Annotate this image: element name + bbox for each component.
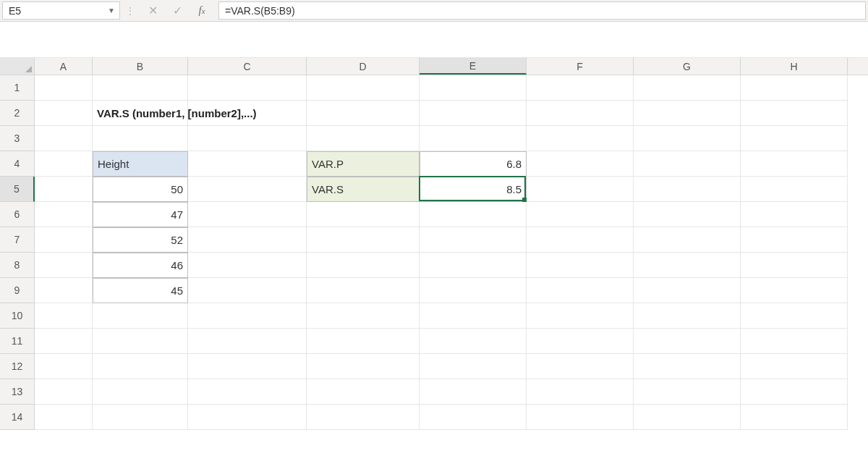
- row-header-5[interactable]: 5: [0, 177, 35, 202]
- cell-C8[interactable]: [188, 253, 307, 278]
- cell-G4[interactable]: [634, 151, 741, 177]
- cell-G1[interactable]: [634, 75, 741, 101]
- cell-H2[interactable]: [741, 101, 848, 126]
- cell-C9[interactable]: [188, 278, 307, 303]
- cell-A7[interactable]: [35, 227, 93, 253]
- cell-E7[interactable]: [420, 227, 527, 253]
- cell-D6[interactable]: [307, 202, 420, 227]
- cell-C5[interactable]: [188, 177, 307, 202]
- cell-H5[interactable]: [741, 177, 848, 202]
- formula-input[interactable]: =VAR.S(B5:B9): [218, 1, 866, 20]
- cell-C6[interactable]: [188, 202, 307, 227]
- cell-D9[interactable]: [307, 278, 420, 303]
- cell-F11[interactable]: [527, 329, 634, 354]
- cell-H13[interactable]: [741, 379, 848, 405]
- cell-F14[interactable]: [527, 405, 634, 430]
- cell-C10[interactable]: [188, 303, 307, 329]
- cell-G13[interactable]: [634, 379, 741, 405]
- column-header-E[interactable]: E: [420, 58, 527, 75]
- cell-H4[interactable]: [741, 151, 848, 177]
- cell-C7[interactable]: [188, 227, 307, 253]
- cell-H10[interactable]: [741, 303, 848, 329]
- cell-E2[interactable]: [420, 101, 527, 126]
- column-header-H[interactable]: H: [741, 58, 848, 75]
- height-value[interactable]: 50: [93, 177, 188, 202]
- cell-C3[interactable]: [188, 126, 307, 151]
- row-header-3[interactable]: 3: [0, 126, 35, 151]
- cell-F10[interactable]: [527, 303, 634, 329]
- cell-E3[interactable]: [420, 126, 527, 151]
- cell-H7[interactable]: [741, 227, 848, 253]
- cell-F7[interactable]: [527, 227, 634, 253]
- cell-F5[interactable]: [527, 177, 634, 202]
- cell-C13[interactable]: [188, 379, 307, 405]
- row-header-13[interactable]: 13: [0, 379, 35, 405]
- cell-G11[interactable]: [634, 329, 741, 354]
- cell-C12[interactable]: [188, 354, 307, 379]
- cell-D7[interactable]: [307, 227, 420, 253]
- cell-D8[interactable]: [307, 253, 420, 278]
- cell-A10[interactable]: [35, 303, 93, 329]
- result-value[interactable]: 6.8: [420, 151, 527, 177]
- cell-E8[interactable]: [420, 253, 527, 278]
- cell-H3[interactable]: [741, 126, 848, 151]
- cell-H12[interactable]: [741, 354, 848, 379]
- cell-A8[interactable]: [35, 253, 93, 278]
- cell-A9[interactable]: [35, 278, 93, 303]
- cell-C11[interactable]: [188, 329, 307, 354]
- row-header-2[interactable]: 2: [0, 101, 35, 126]
- cell-D3[interactable]: [307, 126, 420, 151]
- cell-B12[interactable]: [93, 354, 188, 379]
- cell-D11[interactable]: [307, 329, 420, 354]
- chevron-down-icon[interactable]: ▼: [108, 7, 115, 14]
- cell-A12[interactable]: [35, 354, 93, 379]
- cell-F1[interactable]: [527, 75, 634, 101]
- cell-E9[interactable]: [420, 278, 527, 303]
- cell-C1[interactable]: [188, 75, 307, 101]
- height-value[interactable]: 46: [93, 253, 188, 278]
- row-header-11[interactable]: 11: [0, 329, 35, 354]
- cell-H11[interactable]: [741, 329, 848, 354]
- cell-A2[interactable]: [35, 101, 93, 126]
- cell-G9[interactable]: [634, 278, 741, 303]
- cell-E1[interactable]: [420, 75, 527, 101]
- cell-A14[interactable]: [35, 405, 93, 430]
- column-header-B[interactable]: B: [93, 58, 188, 75]
- cell-F13[interactable]: [527, 379, 634, 405]
- cell-G6[interactable]: [634, 202, 741, 227]
- cell-E14[interactable]: [420, 405, 527, 430]
- cell-F4[interactable]: [527, 151, 634, 177]
- cell-A3[interactable]: [35, 126, 93, 151]
- cell-F12[interactable]: [527, 354, 634, 379]
- cell-F3[interactable]: [527, 126, 634, 151]
- cell-B10[interactable]: [93, 303, 188, 329]
- cell-H1[interactable]: [741, 75, 848, 101]
- cell-D10[interactable]: [307, 303, 420, 329]
- column-header-G[interactable]: G: [634, 58, 741, 75]
- cell-A4[interactable]: [35, 151, 93, 177]
- cell-H6[interactable]: [741, 202, 848, 227]
- cell-D1[interactable]: [307, 75, 420, 101]
- cell-G10[interactable]: [634, 303, 741, 329]
- cell-D14[interactable]: [307, 405, 420, 430]
- cell-G3[interactable]: [634, 126, 741, 151]
- page-title[interactable]: VAR.S (number1, [number2],...): [93, 101, 188, 126]
- row-header-12[interactable]: 12: [0, 354, 35, 379]
- cell-F9[interactable]: [527, 278, 634, 303]
- fx-icon[interactable]: fx: [190, 0, 214, 21]
- height-header[interactable]: Height: [93, 151, 188, 177]
- row-header-14[interactable]: 14: [0, 405, 35, 430]
- select-all-corner[interactable]: [0, 58, 35, 75]
- cell-B13[interactable]: [93, 379, 188, 405]
- cell-G12[interactable]: [634, 354, 741, 379]
- cell-A13[interactable]: [35, 379, 93, 405]
- row-header-10[interactable]: 10: [0, 303, 35, 329]
- cell-E10[interactable]: [420, 303, 527, 329]
- result-label[interactable]: VAR.S: [307, 177, 420, 202]
- row-header-1[interactable]: 1: [0, 75, 35, 101]
- cell-D2[interactable]: [307, 101, 420, 126]
- cell-F8[interactable]: [527, 253, 634, 278]
- cell-F6[interactable]: [527, 202, 634, 227]
- cell-H8[interactable]: [741, 253, 848, 278]
- cell-B14[interactable]: [93, 405, 188, 430]
